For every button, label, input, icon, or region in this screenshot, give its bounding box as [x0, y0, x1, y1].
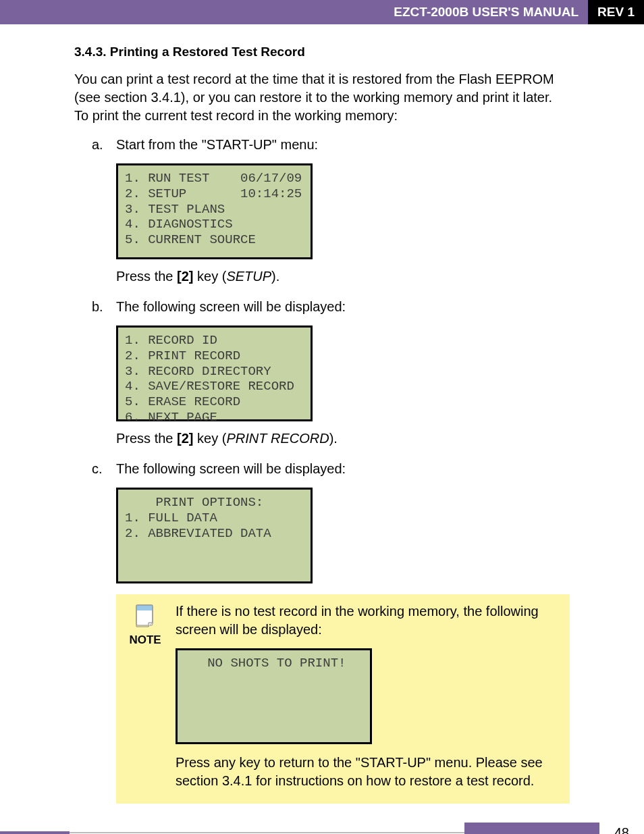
- step-a-instruction: Press the [2] key (SETUP).: [116, 269, 570, 284]
- key-2-b: [2]: [177, 431, 193, 446]
- note-label: NOTE: [127, 633, 163, 647]
- section-title: Printing a Restored Test Record: [110, 45, 305, 59]
- footer-block: [464, 823, 599, 834]
- step-b-marker: b.: [92, 298, 116, 316]
- step-b: b. The following screen will be displaye…: [74, 298, 570, 316]
- footer-line-left: [0, 831, 70, 834]
- header-title: EZCT-2000B USER'S MANUAL: [0, 0, 588, 24]
- lcd-screen-print-options: PRINT OPTIONS: 1. FULL DATA 2. ABBREVIAT…: [116, 488, 313, 583]
- lcd-screen-setup-menu: 1. RECORD ID 2. PRINT RECORD 3. RECORD D…: [116, 325, 313, 421]
- note-text-1: If there is no test record in the workin…: [176, 602, 559, 639]
- step-b-text: The following screen will be displayed:: [116, 298, 570, 316]
- footer-line-mid: [70, 832, 464, 833]
- header-revision: REV 1: [588, 0, 644, 24]
- intro-paragraph: You can print a test record at the time …: [74, 70, 570, 125]
- lcd-screen-startup: 1. RUN TEST 06/17/09 2. SETUP 10:14:25 3…: [116, 163, 313, 259]
- page: EZCT-2000B USER'S MANUAL REV 1 3.4.3. Pr…: [0, 0, 644, 834]
- lcd-screen-no-shots: NO SHOTS TO PRINT!: [176, 648, 372, 744]
- page-footer: 48: [0, 823, 644, 834]
- step-a: a. Start from the "START-UP" menu:: [74, 136, 570, 154]
- note-left-column: NOTE: [127, 602, 163, 790]
- note-right-column: If there is no test record in the workin…: [176, 602, 559, 790]
- section-heading: 3.4.3. Printing a Restored Test Record: [74, 45, 570, 59]
- note-icon: [132, 602, 158, 628]
- content: 3.4.3. Printing a Restored Test Record Y…: [0, 45, 644, 804]
- note-text-2: Press any key to return to the "START-UP…: [176, 754, 559, 790]
- page-number: 48: [614, 825, 629, 835]
- step-a-marker: a.: [92, 136, 116, 154]
- step-c: c. The following screen will be displaye…: [74, 460, 570, 478]
- step-a-text: Start from the "START-UP" menu:: [116, 136, 570, 154]
- key-2: [2]: [177, 269, 193, 284]
- note-box: NOTE If there is no test record in the w…: [116, 594, 570, 804]
- page-header: EZCT-2000B USER'S MANUAL REV 1: [0, 0, 644, 24]
- step-b-instruction: Press the [2] key (PRINT RECORD).: [116, 431, 570, 446]
- step-c-marker: c.: [92, 460, 116, 478]
- section-number: 3.4.3.: [74, 45, 107, 59]
- svg-rect-1: [136, 605, 153, 610]
- step-c-text: The following screen will be displayed:: [116, 460, 570, 478]
